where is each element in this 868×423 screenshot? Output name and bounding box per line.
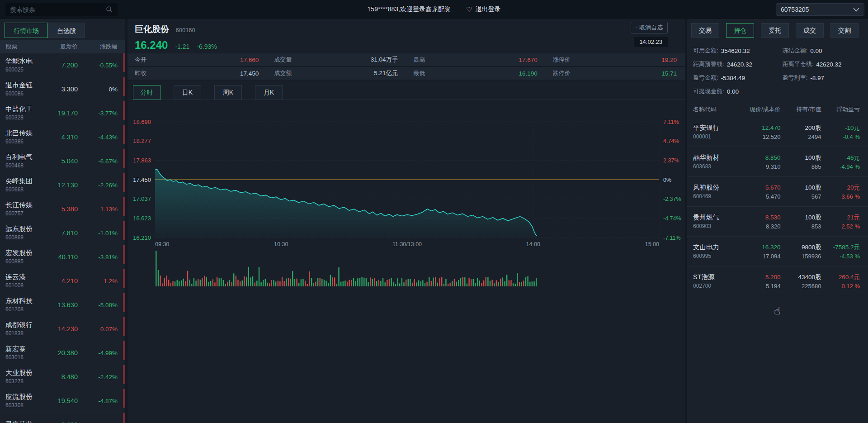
position-row[interactable]: 文山电力 600995 16.320 17.094 9800股 159936 -… (687, 237, 868, 266)
stock-row-name: 远东股份 (5, 225, 45, 233)
x-axis-labels: 09:3010:3011:30/13:0014:0015:00 (155, 241, 659, 247)
stock-row[interactable]: 华能水电 600025 7.200 -0.55% (0, 53, 125, 77)
search-icon[interactable] (106, 6, 113, 13)
svg-text:16.210: 16.210 (133, 234, 151, 241)
svg-text:17.863: 17.863 (133, 157, 151, 164)
position-value: 885 (781, 163, 821, 171)
stock-search[interactable] (5, 3, 118, 16)
stock-row-change: -3.81% (78, 254, 118, 261)
position-row[interactable]: ST浩源 002700 5.200 5.194 43400股 225680 26… (687, 266, 868, 296)
stock-row[interactable]: 大业股份 603278 8.480 -2.42% (0, 365, 125, 389)
stock-list-scrollbar[interactable] (123, 53, 125, 423)
stat-label: 最低 (414, 69, 425, 77)
heart-icon: ♡ (466, 5, 472, 14)
account-number-select[interactable]: 60753205 (776, 3, 864, 16)
account-item-label: 距离预警线: (693, 60, 724, 68)
svg-text:10:30: 10:30 (274, 241, 288, 247)
position-cost: 9.310 (740, 163, 781, 171)
svg-text:17.450: 17.450 (133, 176, 151, 183)
stock-row[interactable]: 东材科技 601208 13.630 -5.08% (0, 293, 125, 317)
stock-row[interactable]: 成都银行 601838 14.230 0.07% (0, 317, 125, 341)
stock-row[interactable]: 退市金钰 600086 3.300 0% (0, 77, 125, 101)
stock-row[interactable]: 应流股份 603308 19.540 -4.87% (0, 389, 125, 413)
account-item-label: 盈亏利率: (783, 74, 808, 82)
chart-period-tab[interactable]: 日K (174, 85, 201, 100)
stock-row-code: 601838 (5, 330, 45, 337)
col-last-price: 最新价 (45, 43, 78, 51)
position-pl-pct: -0.4 % (821, 133, 860, 141)
svg-text:2.37%: 2.37% (663, 157, 679, 164)
position-row[interactable]: 平安银行 000001 12.470 12.520 200股 2494 -10元… (687, 117, 868, 147)
stock-row[interactable]: 百利电气 600468 5.040 -6.67% (0, 149, 125, 173)
stock-row-change: -4.99% (78, 350, 118, 356)
stock-row-change: 0% (78, 86, 118, 93)
position-pl-pct: -4.53 % (821, 252, 860, 260)
search-input[interactable] (5, 6, 106, 13)
quote-header: 巨化股份 600160 16.240 -1.21 -6.93% - 取消自选 1… (127, 19, 685, 53)
trade-tab[interactable]: 交易 (691, 23, 719, 38)
account-item: 可提现金额: 0.00 (693, 85, 783, 98)
logout-button[interactable]: ♡ 退出登录 (466, 5, 500, 14)
stock-row-name: 灵康药业 (5, 420, 45, 423)
stock-list: 华能水电 600025 7.200 -0.55% 退市金钰 600086 3.3… (0, 53, 125, 423)
intraday-chart[interactable]: 18.69018.27717.86317.45017.03716.62316.2… (127, 100, 685, 299)
stock-row-price: 40.110 (45, 253, 78, 261)
stock-row[interactable]: 尖峰集团 600668 12.130 -2.26% (0, 173, 125, 197)
stat-value: 17.660 (240, 57, 259, 63)
trade-tab[interactable]: 交割 (830, 23, 859, 38)
stock-row-change: -3.77% (78, 110, 118, 117)
stat-value: 5.21亿元 (374, 69, 398, 77)
price-change: -1.21 (175, 43, 189, 50)
stock-row-price: 3.300 (45, 86, 78, 93)
position-cost: 17.094 (740, 252, 781, 260)
stock-row-price: 12.130 (45, 181, 78, 189)
trading-app: 159****883,欢迎登录鑫龙配资 ♡ 退出登录 60753205 行情市场… (0, 0, 868, 423)
stock-row-price: 13.630 (45, 301, 78, 309)
stat-value: 19.20 (661, 57, 677, 63)
quote-stat-cell: 最高 17.670 (406, 53, 546, 67)
position-price: 16.320 (740, 243, 781, 252)
col-change: 涨跌幅 (78, 43, 118, 51)
cancel-watchlist-button[interactable]: - 取消自选 (631, 22, 668, 33)
stock-row-name: 长江传媒 (5, 201, 45, 209)
position-row[interactable]: 贵州燃气 600903 8.530 8.320 100股 853 21元 2.5… (687, 207, 868, 237)
position-pl-pct: 3.66 % (821, 193, 860, 200)
chart-period-tab[interactable]: 分时 (133, 85, 160, 100)
stock-row[interactable]: 中盐化工 600328 19.170 -3.77% (0, 101, 125, 125)
position-row[interactable]: 晶华新材 603683 8.850 9.310 100股 885 -46元 -4… (687, 147, 868, 177)
chart-period-tab[interactable]: 月K (255, 85, 283, 100)
quote-stat-cell: 今开 17.660 (127, 53, 267, 67)
stock-row[interactable]: 连云港 601008 4.210 1.2% (0, 269, 125, 293)
account-item-label: 盈亏金额: (693, 74, 718, 82)
stock-row-name: 东材科技 (5, 297, 45, 305)
stock-row[interactable]: 灵康药业 6.030 -0.5% (0, 413, 125, 423)
stat-value: 16.190 (519, 70, 537, 77)
stock-row-price: 4.210 (45, 277, 78, 285)
stock-row-change: -4.43% (78, 134, 118, 141)
account-item-label: 可提现金额: (693, 87, 724, 95)
y-axis-right-labels: 7.11%4.74%2.37%0%-2.37%-4.74%-7.11% (663, 119, 681, 241)
stock-row-code: 600086 (5, 90, 45, 97)
market-tab[interactable]: 自选股 (48, 23, 85, 38)
account-item-value: 0.00 (810, 48, 822, 54)
account-number: 60753205 (781, 6, 809, 13)
stock-row[interactable]: 新宏泰 603016 20.380 -4.99% (0, 341, 125, 365)
position-pl-pct: 2.52 % (821, 223, 860, 230)
position-row[interactable]: 风神股份 600469 5.670 5.470 100股 567 20元 3.6… (687, 177, 868, 207)
stock-row-name: 退市金钰 (5, 81, 45, 89)
chart-period-tab[interactable]: 周K (214, 85, 242, 100)
stock-row-change: -1.01% (78, 230, 118, 237)
stock-row[interactable]: 远东股份 600869 7.810 -1.01% (0, 221, 125, 245)
stat-label: 成交量 (274, 56, 292, 64)
trade-tab[interactable]: 持仓 (726, 23, 754, 38)
trade-tab[interactable]: 委托 (761, 23, 789, 38)
stock-row[interactable]: 北巴传媒 600386 4.310 -4.43% (0, 125, 125, 149)
market-tab[interactable]: 行情市场 (5, 23, 48, 38)
account-item-value: -5384.49 (721, 75, 745, 81)
position-name: 晶华新材 (693, 153, 740, 162)
stat-label: 最高 (414, 56, 425, 64)
stat-label: 昨收 (135, 69, 146, 77)
stock-row[interactable]: 宏发股份 600885 40.110 -3.81% (0, 245, 125, 269)
trade-tab[interactable]: 成交 (796, 23, 824, 38)
stock-row[interactable]: 长江传媒 600757 5.380 1.13% (0, 197, 125, 221)
